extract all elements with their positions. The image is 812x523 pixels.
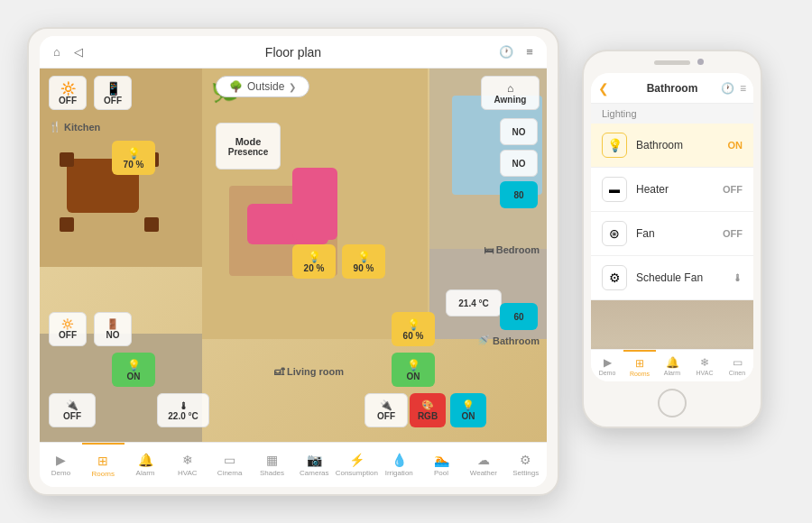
irrigation-icon: 💧 xyxy=(392,453,407,467)
tab-cinema[interactable]: ▭ Cinema xyxy=(208,443,251,487)
bathroom-label: 🚿 Bathroom xyxy=(477,335,540,346)
tree-icon: 🌳 xyxy=(229,80,243,93)
phone-speaker xyxy=(654,60,690,65)
heater-icon: ▬ xyxy=(602,177,627,202)
tab-cameras[interactable]: 📷 Cameras xyxy=(293,443,336,487)
list-item-heater[interactable]: ▬ Heater OFF xyxy=(591,168,753,212)
living-room-label: 🛋 Living room xyxy=(274,366,344,377)
tab-rooms-label: Rooms xyxy=(92,470,115,478)
ctrl-tile-20[interactable]: 💡 20 % xyxy=(292,244,336,279)
outside-button[interactable]: 🌳 Outside ❯ xyxy=(216,76,309,97)
ctrl-tile-temp2[interactable]: 21.4 °C xyxy=(446,289,502,317)
awning-tile[interactable]: ⌂ Awning xyxy=(481,76,540,110)
outside-label: Outside xyxy=(247,80,284,93)
ctrl-tile-90[interactable]: 💡 90 % xyxy=(342,244,385,279)
heater-label: Heater xyxy=(636,183,714,196)
settings-icon: ⚙ xyxy=(520,453,531,467)
phone-tab-cinema[interactable]: ▭ Cinen xyxy=(721,350,753,381)
phone-tab-alarm[interactable]: 🔔 Alarm xyxy=(656,350,688,381)
phone-hvac-icon: ❄ xyxy=(700,356,709,369)
tablet-screen: ⌂ ◁ Floor plan 🕐 ≡ xyxy=(40,36,547,487)
tablet-title: Floor plan xyxy=(265,45,321,60)
tab-consumption[interactable]: ⚡ Consumption xyxy=(336,443,378,487)
ctrl-tile-2[interactable]: 📱 OFF xyxy=(94,76,132,110)
sofa-side xyxy=(292,168,337,240)
phone-menu-icon[interactable]: ≡ xyxy=(740,82,746,95)
ctrl-tile-on3[interactable]: 💡 ON xyxy=(450,393,486,427)
tab-weather[interactable]: ☁ Weather xyxy=(462,443,504,487)
phone-back-icon[interactable]: ❮ xyxy=(598,81,609,96)
room-preview-image xyxy=(591,300,753,349)
list-item-fan[interactable]: ⊛ Fan OFF xyxy=(591,212,753,256)
tab-settings-label: Settings xyxy=(512,469,539,477)
ctrl-tile-off1[interactable]: 🔆 OFF xyxy=(49,312,87,346)
bedroom-label: 🛏 Bedroom xyxy=(484,244,540,255)
house-icon[interactable]: ⌂ xyxy=(49,44,65,60)
rooms-icon: ⊞ xyxy=(97,454,108,468)
schedule-fan-icon: ⚙ xyxy=(602,265,627,290)
awning-icon: ⌂ xyxy=(507,82,513,95)
scene: ⌂ ◁ Floor plan 🕐 ≡ xyxy=(0,0,812,523)
ctrl-tile-80[interactable]: 80 xyxy=(500,181,538,208)
tab-shades-label: Shades xyxy=(260,469,284,477)
arrow-icon: ❯ xyxy=(289,82,296,92)
tablet-device: ⌂ ◁ Floor plan 🕐 ≡ xyxy=(27,27,559,496)
phone-cinema-label: Cinen xyxy=(729,370,745,376)
tab-demo[interactable]: ▶ Demo xyxy=(40,443,82,487)
tab-weather-label: Weather xyxy=(470,469,497,477)
bedroom-bed xyxy=(452,96,542,195)
bed-icon: 🛏 xyxy=(484,244,494,255)
clock-icon[interactable]: 🕐 xyxy=(498,44,514,60)
ctrl-tile-off2[interactable]: 🔌 OFF xyxy=(364,393,408,427)
tab-rooms[interactable]: ⊞ Rooms xyxy=(82,443,125,487)
presence-label: Presence xyxy=(228,147,268,157)
phone-tab-rooms[interactable]: ⊞ Rooms xyxy=(623,350,656,381)
ctrl-tile-70[interactable]: 💡 70 % xyxy=(112,141,155,175)
list-item-schedule-fan[interactable]: ⚙ Schedule Fan 🌡 xyxy=(591,256,753,300)
floorplan-area: 🌿 🌳 Outside ❯ ⌂ Awning 🍴 Kitchen xyxy=(40,69,547,442)
consumption-icon: ⚡ xyxy=(349,453,364,467)
ctrl-tile-temp[interactable]: 🌡 22.0 °C xyxy=(157,393,209,427)
tab-settings[interactable]: ⚙ Settings xyxy=(504,443,547,487)
hvac-icon: ❄ xyxy=(182,453,193,467)
tab-alarm[interactable]: 🔔 Alarm xyxy=(125,443,167,487)
ctrl-tile-60[interactable]: 💡 60 % xyxy=(392,312,435,346)
tab-shades[interactable]: ▦ Shades xyxy=(251,443,293,487)
chair2 xyxy=(60,217,74,232)
demo-icon: ▶ xyxy=(56,453,66,467)
ctrl-tile-1[interactable]: 🔆 OFF xyxy=(49,76,87,110)
ctrl-tile-no3[interactable]: NO xyxy=(500,150,538,177)
phone-home-button[interactable] xyxy=(658,389,687,417)
tab-irrigation[interactable]: 💧 Irrigation xyxy=(378,443,420,487)
phone-screen: ❮ Bathroom 🕐 ≡ Lighting 💡 Bathroom ON xyxy=(591,73,753,381)
schedule-fan-label: Schedule Fan xyxy=(636,271,724,284)
tab-hvac[interactable]: ❄ HVAC xyxy=(166,443,208,487)
phone-tab-demo[interactable]: ▶ Demo xyxy=(591,350,623,381)
ctrl-tile-on2[interactable]: 💡 ON xyxy=(392,353,435,387)
fork-icon: 🍴 xyxy=(49,121,61,133)
fan-status: OFF xyxy=(723,228,743,239)
kitchen-label: 🍴 Kitchen xyxy=(49,121,100,133)
back-icon[interactable]: ◁ xyxy=(70,44,87,60)
phone-device: ❮ Bathroom 🕐 ≡ Lighting 💡 Bathroom ON xyxy=(582,50,762,428)
tab-pool[interactable]: 🏊 Pool xyxy=(420,443,463,487)
mode-tile[interactable]: Mode Presence xyxy=(216,123,281,170)
ctrl-tile-no2[interactable]: NO xyxy=(500,118,538,145)
ctrl-tile-60b[interactable]: 60 xyxy=(500,303,538,330)
tab-irrigation-label: Irrigation xyxy=(385,469,413,477)
chair4 xyxy=(144,217,159,232)
phone-clock-icon[interactable]: 🕐 xyxy=(721,82,734,95)
phone-tab-hvac[interactable]: ❄ HVAC xyxy=(688,350,721,381)
chair1 xyxy=(60,152,74,167)
phone-title: Bathroom xyxy=(647,82,698,95)
ctrl-tile-off3[interactable]: 🔌 OFF xyxy=(49,393,96,427)
ctrl-tile-no1[interactable]: 🚪 NO xyxy=(94,312,132,346)
ctrl-tile-on1[interactable]: 💡 ON xyxy=(112,353,155,387)
menu-icon[interactable]: ≡ xyxy=(521,44,538,60)
cameras-icon: 📷 xyxy=(307,453,322,467)
awning-label: Awning xyxy=(494,95,527,105)
alarm-icon: 🔔 xyxy=(138,453,153,467)
phone-header: ❮ Bathroom 🕐 ≡ xyxy=(591,73,753,104)
ctrl-tile-rgb[interactable]: 🎨 RGB xyxy=(410,393,446,427)
list-item-bathroom-light[interactable]: 💡 Bathroom ON xyxy=(591,124,753,168)
